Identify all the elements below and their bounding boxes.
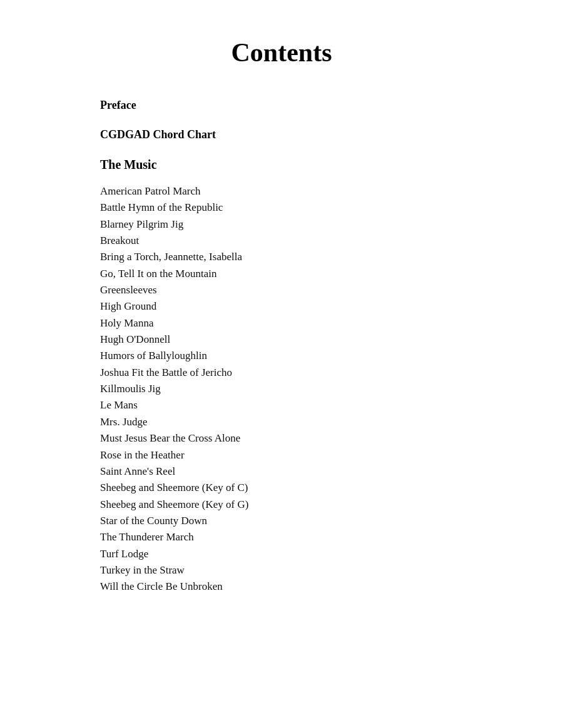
list-item: Holy Manna — [100, 315, 513, 331]
list-item: Rose in the Heather — [100, 447, 513, 463]
list-item: Humors of Ballyloughlin — [100, 348, 513, 364]
list-item: Turf Lodge — [100, 546, 513, 562]
list-item: American Patrol March — [100, 183, 513, 200]
list-item: Greensleeves — [100, 282, 513, 298]
chord-chart-heading: CGDGAD Chord Chart — [100, 128, 513, 141]
list-item: Mrs. Judge — [100, 414, 513, 430]
page: Contents Preface CGDGAD Chord Chart The … — [0, 0, 563, 728]
list-item: Joshua Fit the Battle of Jericho — [100, 365, 513, 381]
page-title: Contents — [50, 38, 513, 68]
list-item: Must Jesus Bear the Cross Alone — [100, 430, 513, 447]
list-item: Turkey in the Straw — [100, 562, 513, 579]
list-item: Hugh O'Donnell — [100, 331, 513, 348]
list-item: The Thunderer March — [100, 529, 513, 545]
list-item: Blarney Pilgrim Jig — [100, 216, 513, 233]
list-item: Star of the County Down — [100, 513, 513, 529]
list-item: Sheebeg and Sheemore (Key of C) — [100, 480, 513, 496]
list-item: Sheebeg and Sheemore (Key of G) — [100, 497, 513, 513]
list-item: Breakout — [100, 233, 513, 249]
list-item: Saint Anne's Reel — [100, 463, 513, 480]
list-item: Killmoulis Jig — [100, 381, 513, 397]
list-item: Bring a Torch, Jeannette, Isabella — [100, 249, 513, 265]
music-list: American Patrol MarchBattle Hymn of the … — [100, 183, 513, 595]
list-item: Go, Tell It on the Mountain — [100, 266, 513, 282]
list-item: Will the Circle Be Unbroken — [100, 579, 513, 595]
list-item: High Ground — [100, 298, 513, 315]
list-item: Le Mans — [100, 397, 513, 413]
the-music-heading: The Music — [100, 158, 513, 172]
preface-heading: Preface — [100, 99, 513, 112]
list-item: Battle Hymn of the Republic — [100, 200, 513, 216]
